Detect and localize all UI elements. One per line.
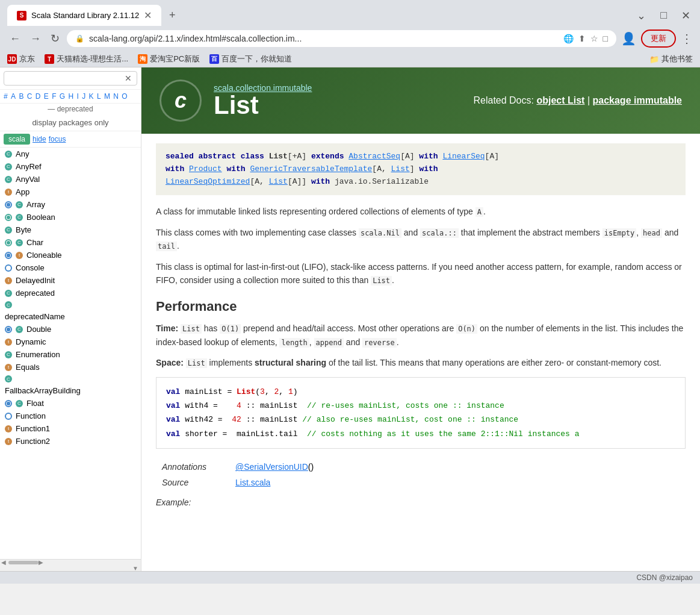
alpha-J[interactable]: J [82,92,85,101]
sidebar-item-AnyRef[interactable]: C AnyRef [0,160,141,173]
profile-button[interactable]: 👤 [621,31,636,46]
sidebar-item-deprecatedName[interactable]: deprecatedName [0,310,141,323]
sidebar-item-Boolean[interactable]: C Boolean [0,211,141,223]
display-packages-toggle[interactable]: display packages only [0,114,141,131]
item-label: DelayedInit [16,276,55,285]
list-link-2[interactable]: List [269,177,288,186]
linearseqopt-link[interactable]: LinearSeqOptimized [166,177,250,186]
search-clear-button[interactable]: ✕ [125,73,132,83]
sidebar-item-dot2[interactable]: C [0,373,141,384]
reload-button[interactable]: ↻ [48,30,62,48]
extensions-icon[interactable]: □ [603,34,608,43]
object-list-link[interactable]: object List [536,95,584,105]
minimize-button[interactable]: ⌄ [634,7,648,25]
serial-version-uid-link[interactable]: @SerialVersionUID [235,462,308,472]
alpha-I[interactable]: I [77,92,79,101]
alpha-H[interactable]: H [69,92,74,101]
item-label: Enumeration [16,350,60,359]
alpha-A[interactable]: A [11,92,16,101]
sidebar-item-deprecated[interactable]: C deprecated [0,287,141,299]
source-file-link[interactable]: List.scala [235,478,270,487]
sidebar-item-Any[interactable]: C Any [0,148,141,160]
scrollbar-thumb[interactable] [8,561,39,564]
alpha-N[interactable]: N [113,92,119,101]
sidebar-item-Byte[interactable]: C Byte [0,223,141,236]
close-button[interactable]: ✕ [679,7,693,25]
alpha-hash[interactable]: # [4,92,8,101]
alpha-F[interactable]: F [52,92,56,101]
alpha-C[interactable]: C [27,92,33,101]
object-list-text[interactable]: object List [536,95,584,105]
bookmark-icon[interactable]: ☆ [590,34,598,43]
back-button[interactable]: ← [7,30,23,48]
alpha-D[interactable]: D [36,92,41,101]
class-dot: C [5,351,12,358]
alpha-K[interactable]: K [89,92,94,101]
sidebar-item-Function[interactable]: Function [0,410,141,422]
alpha-B[interactable]: B [19,92,23,101]
other-bookmarks[interactable]: 📁 其他书签 [649,54,693,64]
class-dot: C [5,163,12,170]
sidebar-item-Equals[interactable]: t Equals [0,361,141,373]
bookmark-taobao[interactable]: 淘 爱淘宝PC新版 [138,54,200,64]
url-text: scala-lang.org/api/2.11.x/index.html#sca… [89,34,559,43]
package-immutable-text[interactable]: package immutable [593,95,683,105]
abstractseq-link[interactable]: AbstractSeq [348,152,400,161]
product-link[interactable]: Product [189,164,222,173]
sidebar-item-Double[interactable]: C Double [0,323,141,336]
bookmark-baidu[interactable]: 百 百度一下，你就知道 [209,54,292,64]
sidebar-item-Dynamic[interactable]: t Dynamic [0,336,141,348]
sidebar-item-App[interactable]: t App [0,186,141,198]
more-menu-button[interactable]: ⋮ [681,31,693,46]
sidebar-item-Enumeration[interactable]: C Enumeration [0,348,141,361]
hide-filter-button[interactable]: hide [33,135,46,143]
sidebar-item-Function2[interactable]: t Function2 [0,435,141,448]
performance-title: Performance [156,299,686,314]
alpha-O[interactable]: O [122,92,127,101]
sidebar-item-Float[interactable]: C Float [0,397,141,410]
sidebar-item-AnyVal[interactable]: C AnyVal [0,173,141,186]
new-tab-button[interactable]: + [164,7,181,24]
sidebar-bottom-arrow[interactable]: ▼ [0,565,141,571]
related-sep: | [587,95,590,105]
sidebar-item-Function1[interactable]: t Function1 [0,422,141,435]
translate-icon[interactable]: 🌐 [563,34,574,43]
trait-dot: t [5,277,12,284]
tab-close-button[interactable]: ✕ [144,10,152,21]
scala-filter-button[interactable]: scala [4,134,30,145]
alpha-E[interactable]: E [44,92,49,101]
alpha-M[interactable]: M [104,92,110,101]
scroll-down-arrow-icon[interactable]: ▼ [132,565,138,572]
sidebar-item-FallbackArrayBuilding[interactable]: FallbackArrayBuilding [0,384,141,397]
sidebar-item-dot1[interactable]: C [0,299,141,310]
sidebar-item-Array[interactable]: C Array [0,198,141,211]
item-label: Byte [16,225,31,234]
maximize-button[interactable]: □ [658,7,669,24]
share-icon[interactable]: ⬆ [578,34,586,43]
browser-tab[interactable]: S Scala Standard Library 2.11.12 ✕ [7,5,161,26]
bookmark-jd[interactable]: JD 京东 [7,54,35,64]
list-link-1[interactable]: List [391,164,410,173]
sidebar-horizontal-scrollbar[interactable]: ◀ ▶ [0,559,141,565]
forward-button[interactable]: → [28,30,43,48]
search-wrap[interactable]: ✕ [4,71,137,86]
tab-title: Scala Standard Library 2.11.12 [31,11,139,20]
package-immutable-link[interactable]: package immutable [593,95,683,105]
class-dot: C [16,214,23,221]
sidebar-item-Console[interactable]: Console [0,261,141,274]
bookmark-tmall[interactable]: T 天猫精选-理想生活... [45,54,128,64]
alpha-G[interactable]: G [60,92,65,101]
sidebar-item-Cloneable[interactable]: t Cloneable [0,249,141,261]
update-button[interactable]: 更新 [641,30,676,48]
focus-filter-button[interactable]: focus [49,135,66,143]
source-value: List.scala [231,475,684,490]
item-label: Any [16,149,29,158]
sidebar-item-DelayedInit[interactable]: t DelayedInit [0,274,141,287]
search-input[interactable] [9,74,125,83]
alpha-L[interactable]: L [97,92,101,101]
item-label: App [16,187,29,196]
linearseq-link[interactable]: LinearSeq [442,152,485,161]
generictraversable-link[interactable]: GenericTraversableTemplate [250,164,372,173]
sidebar-item-Char[interactable]: C Char [0,236,141,249]
url-bar[interactable]: 🔒 scala-lang.org/api/2.11.x/index.html#s… [67,30,616,47]
